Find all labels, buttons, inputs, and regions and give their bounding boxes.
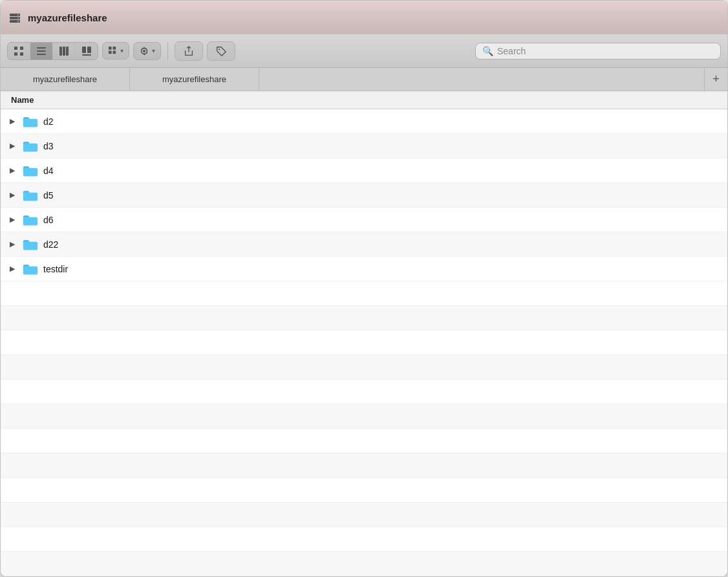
svg-point-23	[219, 49, 220, 50]
file-area: Name ▶ d2 ▶	[1, 91, 727, 576]
expand-arrow-d3[interactable]: ▶	[7, 141, 17, 151]
toolbar-separator-1	[167, 42, 168, 60]
folder-icon-d4	[23, 164, 38, 177]
svg-rect-18	[82, 54, 91, 56]
svg-rect-15	[66, 47, 69, 56]
svg-rect-22	[113, 51, 116, 54]
svg-rect-21	[109, 51, 112, 54]
empty-row	[1, 306, 727, 331]
empty-row	[1, 331, 727, 355]
svg-rect-19	[109, 47, 112, 50]
table-row[interactable]: ▶ d3	[1, 134, 727, 158]
action-arrow: ▾	[152, 47, 155, 54]
file-name-d5: d5	[43, 190, 54, 201]
folder-icon-d6	[23, 213, 38, 226]
search-icon: 🔍	[482, 46, 493, 56]
search-input[interactable]	[497, 46, 714, 56]
svg-point-5	[17, 21, 19, 22]
svg-rect-11	[37, 50, 46, 52]
title-bar: myazurefileshare	[1, 1, 727, 34]
file-name-d3: d3	[43, 141, 54, 151]
expand-arrow-d2[interactable]: ▶	[7, 116, 17, 127]
svg-rect-13	[59, 47, 62, 56]
table-row[interactable]: ▶ d22	[1, 232, 727, 257]
expand-arrow-d4[interactable]: ▶	[7, 166, 17, 176]
table-row[interactable]: ▶ d6	[1, 208, 727, 232]
table-row[interactable]: ▶ d4	[1, 158, 727, 183]
folder-icon-d3	[23, 140, 38, 153]
svg-rect-12	[37, 54, 46, 55]
add-tab-icon: +	[712, 72, 720, 86]
file-name-d6: d6	[43, 215, 54, 225]
file-name-d22: d22	[43, 239, 58, 250]
view-columns-button[interactable]	[53, 43, 76, 60]
file-list: ▶ d2 ▶ d3	[1, 109, 727, 576]
table-row[interactable]: ▶ d2	[1, 109, 727, 134]
add-tab-button[interactable]: +	[704, 68, 727, 91]
folder-icon-d5	[23, 189, 38, 202]
empty-row	[1, 380, 727, 404]
svg-rect-9	[20, 52, 23, 56]
tab-2[interactable]: myazurefileshare	[130, 68, 259, 91]
svg-rect-8	[14, 52, 17, 56]
expand-arrow-d6[interactable]: ▶	[7, 215, 17, 225]
svg-rect-16	[82, 47, 86, 53]
svg-rect-7	[20, 47, 23, 50]
svg-rect-10	[37, 47, 46, 49]
expand-arrow-d22[interactable]: ▶	[7, 239, 17, 250]
svg-rect-20	[113, 47, 116, 50]
group-sort-dropdown[interactable]: ▾	[102, 42, 129, 60]
empty-row	[1, 404, 727, 429]
empty-row	[1, 478, 727, 503]
window-title: myazurefileshare	[28, 12, 107, 23]
expand-arrow-testdir[interactable]: ▶	[7, 264, 17, 274]
window-icon	[8, 11, 21, 24]
finder-window: myazurefileshare	[0, 0, 728, 577]
view-list-button[interactable]	[30, 43, 53, 60]
tab-bar: myazurefileshare myazurefileshare +	[1, 68, 727, 91]
empty-row	[1, 527, 727, 552]
svg-point-4	[17, 17, 19, 19]
tab-1-label: myazurefileshare	[33, 74, 97, 84]
folder-icon-d22	[23, 238, 38, 251]
view-icons-button[interactable]	[8, 43, 30, 60]
group-sort-arrow: ▾	[120, 47, 123, 54]
table-row[interactable]: ▶ d5	[1, 183, 727, 208]
tag-button[interactable]	[207, 41, 235, 61]
toolbar: ▾ ▾ 🔍	[1, 34, 727, 68]
svg-rect-14	[63, 47, 65, 56]
folder-icon-testdir	[23, 263, 38, 276]
empty-row	[1, 453, 727, 478]
empty-rows	[1, 281, 727, 576]
table-row[interactable]: ▶ testdir	[1, 257, 727, 281]
file-name-testdir: testdir	[43, 264, 68, 274]
file-name-d2: d2	[43, 116, 54, 127]
tab-1[interactable]: myazurefileshare	[1, 68, 130, 91]
empty-row	[1, 355, 727, 380]
file-name-d4: d4	[43, 166, 54, 176]
column-header: Name	[1, 91, 727, 109]
folder-icon-d2	[23, 115, 38, 128]
empty-row	[1, 429, 727, 453]
tab-2-label: myazurefileshare	[162, 74, 226, 84]
action-dropdown[interactable]: ▾	[133, 42, 161, 60]
svg-rect-17	[87, 47, 91, 53]
svg-point-3	[17, 14, 19, 16]
column-name-header: Name	[11, 95, 34, 105]
empty-row	[1, 552, 727, 576]
view-gallery-button[interactable]	[76, 43, 98, 60]
view-mode-group	[7, 42, 98, 60]
empty-row	[1, 503, 727, 527]
search-box: 🔍	[475, 43, 721, 60]
svg-rect-6	[14, 47, 17, 50]
empty-row	[1, 281, 727, 306]
share-button[interactable]	[175, 41, 203, 61]
expand-arrow-d5[interactable]: ▶	[7, 190, 17, 201]
